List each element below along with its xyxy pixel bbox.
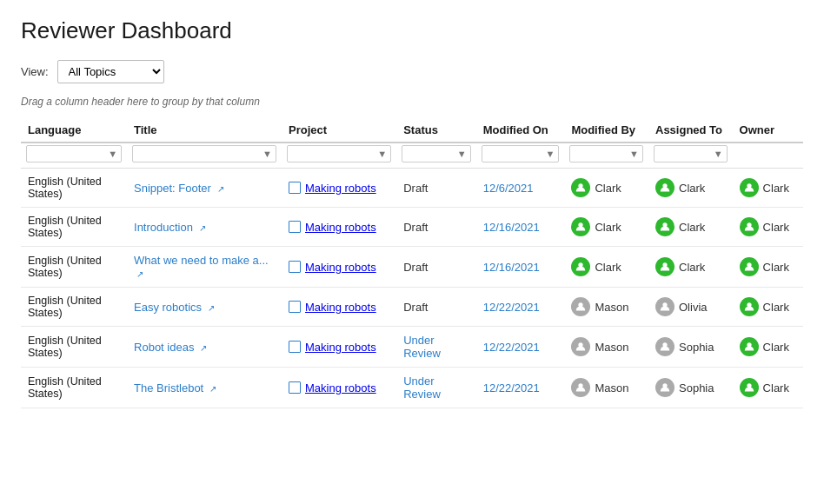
col-header-project: Project — [282, 116, 396, 143]
title-link[interactable]: Introduction — [134, 221, 193, 234]
column-header-row: Language Title Project Status Modified O… — [21, 116, 803, 143]
title-link[interactable]: Easy robotics — [134, 301, 202, 314]
filter-modified-on[interactable]: ▼ — [482, 145, 560, 162]
cell-assigned-to: Sophia — [648, 368, 733, 408]
cell-status: Under Review — [396, 368, 476, 408]
view-dropdown[interactable]: All Topics My Topics Unassigned — [57, 60, 164, 83]
table-row: English (United States) Snippet: Footer … — [21, 169, 803, 208]
project-cell: Making robots — [289, 381, 389, 395]
cell-modified-on: 12/16/2021 — [476, 247, 565, 288]
avatar-gray — [571, 378, 590, 397]
cell-assigned-to: Clark — [648, 247, 733, 288]
filter-project-input[interactable] — [291, 148, 375, 160]
project-link[interactable]: Making robots — [305, 261, 376, 274]
title-link[interactable]: The Bristlebot — [134, 381, 203, 395]
col-header-language: Language — [21, 116, 127, 143]
modified-by-cell: Mason — [571, 378, 641, 397]
cell-status: Under Review — [396, 327, 476, 368]
cell-owner: Clark — [733, 247, 803, 288]
cell-title[interactable]: Introduction ↗ — [127, 208, 282, 247]
cell-title[interactable]: Snippet: Footer ↗ — [127, 169, 282, 208]
avatar-green — [740, 257, 759, 276]
assigned-to-name: Clark — [679, 182, 705, 195]
owner-name: Clark — [763, 301, 789, 314]
col-header-title: Title — [127, 116, 282, 143]
owner-cell: Clark — [740, 378, 796, 397]
table-row: English (United States) Easy robotics ↗ … — [21, 288, 803, 327]
filter-title-icon: ▼ — [262, 149, 272, 159]
modified-by-cell: Mason — [571, 337, 641, 356]
filter-status-input[interactable] — [406, 148, 455, 160]
table-body: English (United States) Snippet: Footer … — [21, 169, 803, 408]
table-row: English (United States) What we need to … — [21, 247, 803, 288]
project-link[interactable]: Making robots — [305, 341, 376, 354]
project-icon — [289, 381, 301, 394]
cell-assigned-to: Clark — [648, 208, 733, 247]
title-link[interactable]: Snippet: Footer — [134, 182, 211, 195]
owner-name: Clark — [763, 221, 789, 234]
cell-title[interactable]: Robot ideas ↗ — [127, 327, 282, 368]
external-link-icon: ↗ — [208, 303, 215, 313]
filter-row: ▼ ▼ ▼ ▼ — [21, 143, 803, 169]
assigned-to-cell: Sophia — [655, 337, 726, 356]
title-link[interactable]: What we need to make a... — [134, 254, 269, 267]
filter-assigned-to[interactable]: ▼ — [654, 145, 728, 162]
cell-language: English (United States) — [21, 327, 127, 368]
project-link[interactable]: Making robots — [305, 221, 376, 234]
project-cell: Making robots — [289, 261, 389, 274]
project-link[interactable]: Making robots — [305, 182, 376, 195]
external-link-icon: ↗ — [209, 384, 216, 394]
filter-assigned-to-input[interactable] — [658, 148, 712, 160]
project-icon — [289, 301, 301, 313]
assigned-to-name: Olivia — [679, 301, 708, 314]
owner-name: Clark — [763, 341, 789, 354]
project-link[interactable]: Making robots — [305, 301, 376, 314]
filter-modified-by-input[interactable] — [574, 148, 628, 160]
assigned-to-name: Clark — [679, 261, 705, 274]
cell-title[interactable]: Easy robotics ↗ — [127, 288, 282, 327]
project-cell: Making robots — [289, 182, 389, 195]
filter-title[interactable]: ▼ — [132, 145, 276, 162]
filter-status[interactable]: ▼ — [402, 145, 471, 162]
filter-status-icon: ▼ — [457, 149, 467, 159]
filter-assigned-to-icon: ▼ — [714, 149, 723, 159]
cell-project: Making robots — [282, 368, 396, 408]
cell-modified-on: 12/6/2021 — [476, 169, 565, 208]
title-link[interactable]: Robot ideas — [134, 341, 194, 354]
filter-language-input[interactable] — [30, 148, 106, 160]
assigned-to-name: Clark — [679, 221, 705, 234]
avatar-green — [740, 178, 759, 197]
modified-by-name: Mason — [595, 381, 628, 395]
view-bar: View: All Topics My Topics Unassigned — [21, 60, 803, 83]
cell-language: English (United States) — [21, 247, 127, 288]
cell-owner: Clark — [733, 288, 803, 327]
filter-title-input[interactable] — [136, 148, 261, 160]
cell-modified-on: 12/16/2021 — [476, 208, 565, 247]
cell-status: Draft — [396, 247, 476, 288]
modified-by-cell: Mason — [571, 297, 641, 316]
col-header-modified-by: Modified By — [564, 116, 648, 143]
external-link-icon: ↗ — [200, 343, 207, 353]
avatar-gray — [655, 378, 674, 397]
avatar-green — [740, 217, 759, 236]
project-link[interactable]: Making robots — [305, 381, 376, 395]
cell-modified-by: Clark — [564, 169, 648, 208]
avatar-green — [571, 257, 590, 276]
assigned-to-cell: Clark — [655, 257, 726, 276]
cell-project: Making robots — [282, 247, 396, 288]
filter-project[interactable]: ▼ — [287, 145, 391, 162]
avatar-green — [571, 178, 590, 197]
avatar-green — [655, 257, 674, 276]
cell-modified-on: 12/22/2021 — [476, 327, 565, 368]
project-cell: Making robots — [289, 221, 389, 234]
cell-title[interactable]: The Bristlebot ↗ — [127, 368, 282, 408]
filter-language[interactable]: ▼ — [26, 145, 122, 162]
filter-modified-on-input[interactable] — [486, 148, 544, 160]
assigned-to-cell: Clark — [655, 217, 726, 236]
filter-modified-by[interactable]: ▼ — [569, 145, 643, 162]
modified-by-name: Mason — [595, 341, 628, 354]
avatar-gray — [571, 297, 590, 316]
drag-hint: Drag a column header here to group by th… — [21, 96, 803, 108]
cell-title[interactable]: What we need to make a... ↗ — [127, 247, 282, 288]
assigned-to-cell: Sophia — [655, 378, 726, 397]
